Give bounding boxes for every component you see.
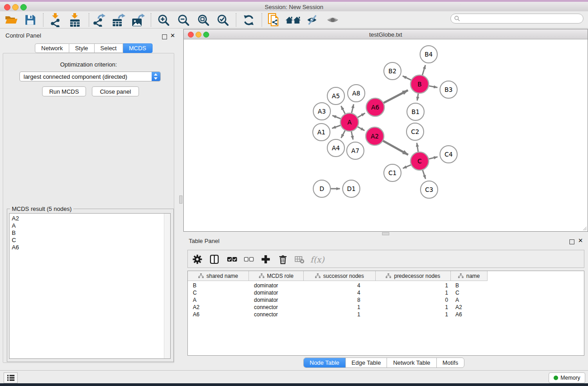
delete-row-button[interactable] [277, 254, 289, 265]
graph-edge-A6-B[interactable] [383, 90, 408, 103]
mcds-list-scrollbar[interactable] [164, 214, 170, 358]
graph-node-A4[interactable]: A4 [327, 139, 344, 157]
graph-edge-A-A2[interactable] [357, 127, 364, 131]
table-cell[interactable]: A6 [451, 311, 488, 318]
optimization-criterion-dropdown[interactable]: largest connected component (directed) [19, 71, 161, 81]
table-panel-close-button[interactable]: ✕ [578, 238, 583, 243]
table-cell[interactable]: C [188, 289, 249, 296]
graph-node-D1[interactable]: D1 [343, 180, 360, 197]
graph-edge-A-A5[interactable] [341, 106, 345, 114]
zoom-out-button[interactable] [175, 13, 191, 27]
graph-node-B2[interactable]: B2 [384, 62, 401, 80]
show-glyphs-button[interactable] [325, 13, 341, 27]
delete-table-button[interactable] [293, 254, 306, 265]
graph-edge-A-A4[interactable] [341, 130, 345, 138]
table-cell[interactable]: 4 [304, 289, 376, 296]
graph-edge-C-C1[interactable] [403, 165, 411, 168]
graph-node-B4[interactable]: B4 [420, 46, 437, 63]
graph-edge-B-B3[interactable] [429, 86, 438, 88]
memory-button[interactable]: Memory [549, 372, 585, 383]
tab-network[interactable]: Network [35, 43, 69, 53]
resize-grip-icon[interactable] [582, 225, 587, 231]
export-table-button[interactable] [110, 13, 127, 27]
tab-select[interactable]: Select [95, 43, 123, 53]
select-all-button[interactable] [225, 254, 238, 265]
graph-node-A3[interactable]: A3 [313, 103, 330, 120]
hide-glyphs-button[interactable] [304, 13, 320, 27]
table-cell[interactable]: A [188, 296, 249, 304]
table-cell[interactable]: C [451, 289, 488, 296]
table-cell[interactable]: 1 [304, 304, 376, 311]
home-button[interactable] [285, 13, 301, 27]
graph-node-C1[interactable]: C1 [384, 164, 401, 181]
graph-edge-C-C3[interactable] [422, 170, 425, 179]
control-panel-close-button[interactable]: ✕ [170, 33, 175, 38]
table-cell[interactable]: 1 [376, 282, 451, 289]
table-cell[interactable]: dominator [249, 296, 304, 304]
horizontal-splitter-handle[interactable] [382, 232, 389, 235]
table-cell[interactable]: 1 [376, 311, 451, 318]
column-chooser-button[interactable] [208, 254, 220, 265]
graph-edge-A-A1[interactable] [332, 125, 341, 129]
graph-node-C3[interactable]: C3 [421, 181, 438, 198]
close-panel-button[interactable]: Close panel [92, 86, 139, 96]
column-header-predecessor-nodes[interactable]: predecessor nodes [376, 271, 451, 281]
mcds-result-item[interactable]: A2 [10, 215, 170, 222]
graph-node-A5[interactable]: A5 [327, 87, 344, 105]
column-header-MCDS-role[interactable]: MCDS role [249, 271, 304, 281]
function-builder-button[interactable]: f(x) [309, 254, 325, 265]
column-header-successor-nodes[interactable]: successor nodes [304, 271, 376, 281]
export-image-button[interactable] [130, 13, 146, 27]
graph-node-B[interactable]: B [411, 75, 429, 93]
zoom-in-button[interactable] [155, 13, 172, 27]
gear-button[interactable] [191, 254, 204, 265]
table-cell[interactable]: 1 [376, 289, 451, 296]
table-cell[interactable]: B [451, 282, 488, 289]
graph-edge-B-B4[interactable] [422, 65, 425, 76]
save-session-button[interactable] [22, 13, 38, 27]
graph-node-C[interactable]: C [411, 152, 429, 170]
tab-style[interactable]: Style [69, 43, 95, 53]
table-cell[interactable]: 8 [304, 296, 376, 304]
table-cell[interactable]: A2 [188, 304, 249, 311]
graph-node-A7[interactable]: A7 [347, 142, 364, 159]
graph-edge-B-B1[interactable] [417, 93, 418, 100]
mcds-result-item[interactable]: C [10, 237, 170, 244]
add-row-button[interactable] [259, 254, 272, 265]
graph-edge-C-C2[interactable] [417, 143, 418, 152]
graph-node-A2[interactable]: A2 [366, 127, 384, 145]
table-cell[interactable]: A [451, 296, 488, 304]
panel-list-button[interactable] [4, 372, 18, 383]
zoom-selected-button[interactable] [215, 13, 231, 27]
import-network-button[interactable] [47, 13, 63, 27]
table-cell[interactable]: 1 [304, 311, 376, 318]
column-header-name[interactable]: name [451, 271, 488, 281]
table-cell[interactable]: B [188, 282, 249, 289]
graph-node-B1[interactable]: B1 [407, 103, 424, 120]
table-cell[interactable]: dominator [249, 282, 304, 289]
table-cell[interactable]: dominator [249, 289, 304, 296]
graph-edge-A2-C[interactable] [382, 141, 408, 155]
network-from-file-button[interactable] [266, 13, 282, 27]
table-cell[interactable]: 4 [304, 282, 376, 289]
tab-network-table[interactable]: Network Table [387, 358, 436, 367]
search-input[interactable] [462, 15, 583, 22]
mcds-result-item[interactable]: A6 [10, 244, 170, 251]
graph-node-C4[interactable]: C4 [440, 146, 457, 163]
mcds-result-item[interactable]: A [10, 222, 170, 229]
graph-edge-A-A7[interactable] [351, 131, 353, 140]
table-panel-float-button[interactable] [569, 238, 574, 246]
table-cell[interactable]: connector [249, 311, 304, 318]
graph-edge-A-A3[interactable] [332, 115, 341, 119]
table-cell[interactable]: 1 [376, 304, 451, 311]
graph-node-A6[interactable]: A6 [366, 98, 384, 116]
graph-node-A1[interactable]: A1 [313, 124, 330, 141]
tab-edge-table[interactable]: Edge Table [345, 358, 387, 367]
open-file-button[interactable] [3, 13, 19, 27]
tab-node-table[interactable]: Node Table [304, 358, 345, 367]
unselect-all-button[interactable] [242, 254, 255, 265]
graph-edge-B-B2[interactable] [403, 76, 411, 80]
graph-edge-A-A6[interactable] [357, 113, 365, 118]
tab-motifs[interactable]: Motifs [436, 358, 464, 367]
export-network-button[interactable] [91, 13, 107, 27]
